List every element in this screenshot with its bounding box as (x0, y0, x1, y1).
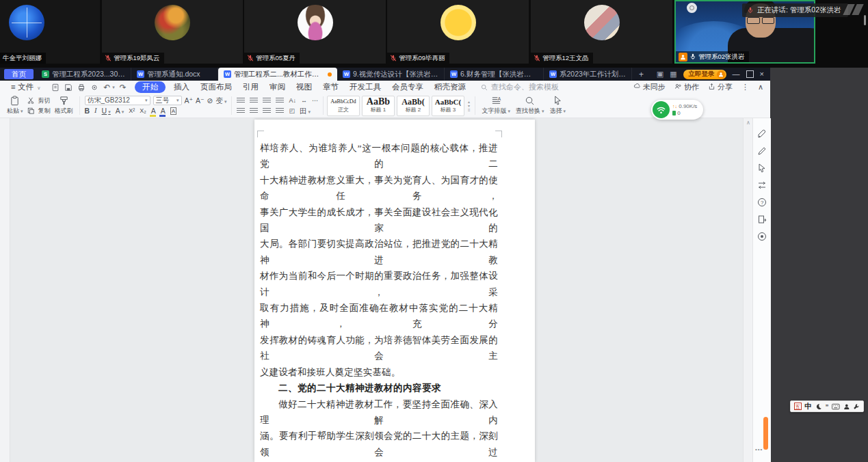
menu-tab-resources[interactable]: 稻壳资源 (429, 82, 471, 92)
command-search[interactable]: 查找命令、搜索模板 (481, 82, 559, 92)
cursor-icon[interactable] (757, 163, 767, 173)
highlight-button[interactable]: A (151, 107, 156, 115)
text-direction-button[interactable]: ↔ (301, 98, 307, 104)
collaborate-button[interactable]: 协作 (674, 82, 699, 92)
help-icon[interactable]: ? (757, 198, 767, 207)
style-heading2[interactable]: AaBb( 标题 2 (397, 96, 430, 116)
bullet-list-button[interactable] (237, 98, 245, 104)
align-right-button[interactable] (263, 108, 271, 114)
participant-tile[interactable]: 管理系19郑凤云 (102, 0, 243, 64)
decrease-indent-button[interactable] (263, 98, 271, 104)
align-left-button[interactable] (237, 108, 245, 114)
new-tab-button[interactable]: + (632, 68, 650, 81)
scrollbar-thumb[interactable] (763, 417, 768, 450)
increase-indent-button[interactable] (276, 98, 284, 104)
menu-tab-insert[interactable]: 插入 (168, 82, 195, 92)
superscript-button[interactable]: X² (129, 108, 135, 114)
share-button[interactable]: 分享 (708, 82, 733, 92)
menu-tab-start[interactable]: 开始 (135, 81, 166, 93)
ime-settings-wrench-icon[interactable] (853, 403, 860, 410)
location-icon[interactable] (757, 232, 767, 241)
underline-button[interactable]: U▾ (102, 107, 111, 115)
increase-font-button[interactable]: A⁺ (185, 97, 194, 105)
ime-user-icon[interactable] (843, 403, 850, 410)
rocket-icon[interactable] (757, 129, 767, 139)
participant-tile[interactable]: 牛金平刘丽娜 (0, 0, 100, 64)
menu-tab-developer[interactable]: 开发工具 (344, 82, 386, 92)
menu-tab-references[interactable]: 引用 (237, 82, 264, 92)
clear-format-button[interactable]: ⊘ (207, 97, 213, 105)
save-icon[interactable] (64, 83, 73, 92)
preview-icon[interactable] (90, 83, 98, 92)
pin-icon[interactable] (687, 3, 697, 13)
line-spacing-button[interactable]: A↓ (289, 98, 296, 104)
styles-scroll-arrows[interactable]: ▴▾≡ (466, 100, 472, 111)
shading-button[interactable]: ◰ (289, 108, 295, 114)
char-effects-button[interactable]: A▾ (116, 107, 124, 115)
participant-tile[interactable]: 管理系12王文晶 (531, 0, 672, 64)
tab-document[interactable]: W 6.财务管理【张洪岩评】.docx (445, 68, 544, 81)
menu-tab-page-layout[interactable]: 页面布局 (195, 82, 237, 92)
style-normal[interactable]: AaBbCcDd 正文 (327, 96, 360, 116)
maximize-button[interactable] (746, 70, 754, 78)
tabs-button[interactable]: ⋯ (312, 98, 318, 104)
adjust-icon[interactable] (757, 180, 767, 190)
font-name-select[interactable]: 仿宋_GB2312▾ (85, 96, 150, 105)
vertical-scrollbar[interactable]: ∧ (743, 118, 753, 462)
font-color-button[interactable]: A (161, 107, 166, 115)
borders-button[interactable]: 田▾ (300, 107, 311, 115)
menu-file[interactable]: ≡ 文件 ∨ (5, 82, 46, 92)
menu-tab-view[interactable]: 视图 (291, 82, 317, 92)
document-page[interactable]: 样培养人、为谁培养人”这一根本问题的核心载体，推进党的二 十大精神进教材意义重大… (254, 120, 535, 462)
tab-home[interactable]: 首页 (4, 69, 34, 79)
navigation-strip[interactable] (0, 118, 10, 462)
italic-button[interactable]: I (94, 107, 97, 115)
scroll-up-icon[interactable]: ∧ (746, 120, 750, 126)
style-heading1[interactable]: AaBb 标题 1 (362, 96, 395, 116)
tab-document[interactable]: W 9.视觉传达设计【张洪岩评】 (337, 68, 445, 81)
redo-button[interactable]: ↷ (120, 83, 127, 92)
find-replace-button[interactable]: 查找替换▾ (513, 95, 547, 116)
tab-document[interactable]: W 系2023年工作计划.doc (544, 68, 632, 81)
typeset-button[interactable]: A 文字排版▾ (479, 95, 513, 116)
bold-button[interactable]: B (85, 107, 90, 115)
paste-button[interactable]: 粘贴▾ (4, 95, 26, 116)
align-center-button[interactable] (250, 108, 258, 114)
sync-status[interactable]: 未同步 (633, 82, 666, 92)
menu-tab-section[interactable]: 章节 (317, 82, 344, 92)
pen-icon[interactable] (757, 146, 767, 156)
panel-icon[interactable]: ▣ (657, 70, 663, 78)
ime-language-toggle[interactable]: 中 (805, 403, 813, 410)
ime-punctuation-toggle[interactable]: ’’ (826, 405, 829, 408)
decrease-font-button[interactable]: A⁻ (196, 97, 205, 105)
ime-keyboard-icon[interactable] (832, 403, 839, 410)
grid-icon[interactable]: ▦ (670, 70, 676, 78)
font-size-select[interactable]: 三号▾ (153, 96, 182, 105)
strip-scrollbar[interactable] (864, 15, 866, 25)
close-button[interactable]: × (760, 70, 764, 78)
menu-tab-member[interactable]: 会员专享 (386, 82, 429, 92)
minimize-button[interactable]: — (733, 70, 740, 78)
participant-tile[interactable]: 管理系09毕再丽 (387, 0, 529, 64)
menu-tab-review[interactable]: 审阅 (264, 82, 291, 92)
network-monitor[interactable]: ↑↓ 0.90K/s 0 (651, 100, 703, 120)
cut-button[interactable]: 剪切 (27, 96, 51, 105)
subscript-button[interactable]: X₂ (140, 108, 146, 114)
ime-halfwidth-moon-icon[interactable] (815, 403, 822, 410)
select-button[interactable]: 选择▾ (547, 95, 569, 116)
phonetic-guide-button[interactable]: 变▾ (215, 97, 226, 105)
enclose-char-button[interactable]: A (170, 107, 176, 115)
export-doc-icon[interactable] (757, 215, 767, 224)
more-tools-dots[interactable]: ••• (755, 446, 763, 452)
login-button[interactable]: 立即登录 (683, 70, 726, 79)
participant-tile[interactable]: 管理系05夏丹 (244, 0, 386, 64)
collapse-ribbon-icon[interactable]: ∧ (758, 83, 763, 92)
undo-button[interactable]: ↶▾ (103, 83, 115, 92)
tab-document-active[interactable]: W 管理工程系二...教材工作方案 (218, 68, 337, 81)
more-menu-icon[interactable]: ⋮ (741, 83, 749, 92)
copy-button[interactable]: 复制 (27, 106, 51, 116)
format-painter-button[interactable]: 格式刷 (52, 95, 76, 116)
tab-document[interactable]: W 管理系通知.docx (131, 68, 218, 81)
justify-button[interactable] (276, 108, 284, 114)
style-heading3[interactable]: AaBbC( 标题 3 (432, 96, 464, 116)
